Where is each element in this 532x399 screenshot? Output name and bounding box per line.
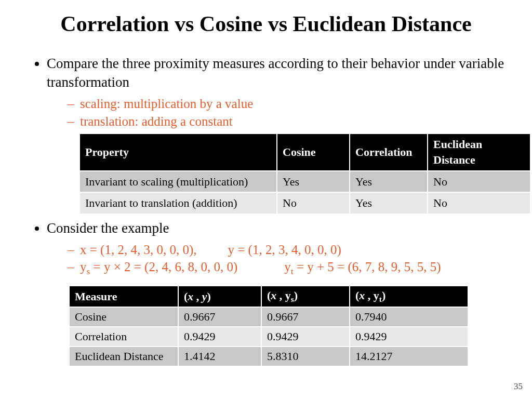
bullet-2-text: Consider the example — [47, 220, 169, 236]
th-xyt: (x , yt) — [350, 286, 468, 307]
table-row: Euclidean Distance 1.4142 5.8310 14.2127 — [69, 347, 468, 366]
cell: Invariant to translation (addition) — [79, 192, 277, 214]
cell: 0.9429 — [178, 327, 261, 347]
c: , y — [280, 289, 291, 302]
bullet-2: Consider the example x = (1, 2, 4, 3, 0,… — [47, 219, 513, 278]
x-vector: x = (1, 2, 4, 3, 0, 0, 0), — [80, 243, 197, 257]
c: , y — [368, 289, 379, 302]
cell: Invariant to scaling (multiplication) — [79, 171, 277, 193]
bullet-2b: ys = y × 2 = (2, 4, 6, 8, 0, 0, 0)yt = y… — [68, 258, 513, 278]
table-row: Correlation 0.9429 0.9429 0.9429 — [69, 327, 468, 347]
cell: 5.8310 — [261, 347, 350, 366]
cell: Yes — [350, 171, 428, 193]
bullet-2a: x = (1, 2, 4, 3, 0, 0, 0),y = (1, 2, 3, … — [68, 241, 513, 259]
x: x — [188, 290, 196, 303]
y: y — [202, 290, 207, 303]
cell: 1.4142 — [178, 347, 261, 366]
bullet-2-sub: x = (1, 2, 4, 3, 0, 0, 0),y = (1, 2, 3, … — [47, 241, 513, 278]
page-title: Correlation vs Cosine vs Euclidean Dista… — [19, 11, 513, 36]
cell: 0.9429 — [261, 327, 350, 347]
cell: Euclidean Distance — [69, 347, 178, 366]
bullet-1: Compare the three proximity measures acc… — [47, 54, 513, 215]
cell: 14.2127 — [350, 347, 468, 366]
bullet-1-sub: scaling: multiplication by a value trans… — [47, 95, 513, 130]
cell: 0.9429 — [350, 327, 468, 347]
cell: Yes — [350, 192, 428, 214]
table-row: Invariant to scaling (multiplication) Ye… — [79, 171, 530, 193]
cell: No — [277, 192, 350, 214]
c: , — [196, 290, 202, 303]
yt-label: y — [284, 260, 291, 274]
cell: 0.7940 — [350, 307, 468, 327]
cell: Yes — [277, 171, 350, 193]
bullet-list: Compare the three proximity measures acc… — [19, 54, 513, 278]
p2: ) — [294, 289, 298, 302]
ys-vector: = y × 2 = (2, 4, 6, 8, 0, 0, 0) — [90, 260, 237, 274]
th-property: Property — [79, 134, 277, 170]
slide: Correlation vs Cosine vs Euclidean Dista… — [0, 0, 532, 399]
cell: No — [428, 192, 530, 214]
ys-label: y — [80, 260, 87, 274]
bullet-1-text: Compare the three proximity measures acc… — [47, 56, 504, 90]
properties-table: Property Cosine Correlation Euclidean Di… — [79, 133, 531, 215]
measures-table: Measure (x , y) (x , ys) (x , yt) Cosine… — [69, 285, 469, 367]
th-xys: (x , ys) — [261, 286, 350, 307]
th-xy: (x , y) — [178, 286, 261, 307]
x: x — [271, 289, 280, 302]
cell: 0.9667 — [261, 307, 350, 327]
y-vector: y = (1, 2, 3, 4, 0, 0, 0) — [228, 243, 341, 257]
cell: No — [428, 171, 530, 193]
th-euclidean: Euclidean Distance — [428, 134, 530, 170]
page-number: 35 — [514, 381, 523, 392]
table-row: Invariant to translation (addition) No Y… — [79, 192, 530, 214]
table-header-row: Property Cosine Correlation Euclidean Di… — [79, 134, 530, 170]
table-header-row: Measure (x , y) (x , ys) (x , yt) — [69, 286, 468, 307]
th-measure: Measure — [69, 286, 178, 307]
x: x — [359, 289, 368, 302]
bullet-1b: translation: adding a constant — [68, 113, 513, 130]
bullet-1a: scaling: multiplication by a value — [68, 95, 513, 113]
table-row: Cosine 0.9667 0.9667 0.7940 — [69, 307, 468, 327]
th-cosine: Cosine — [277, 134, 350, 170]
yt-vector: = y + 5 = (6, 7, 8, 9, 5, 5, 5) — [294, 260, 441, 274]
cell: 0.9667 — [178, 307, 261, 327]
cell: Correlation — [69, 327, 178, 347]
p2: ) — [382, 289, 385, 302]
cell: Cosine — [69, 307, 178, 327]
th-correlation: Correlation — [350, 134, 428, 170]
p2: ) — [207, 290, 211, 303]
